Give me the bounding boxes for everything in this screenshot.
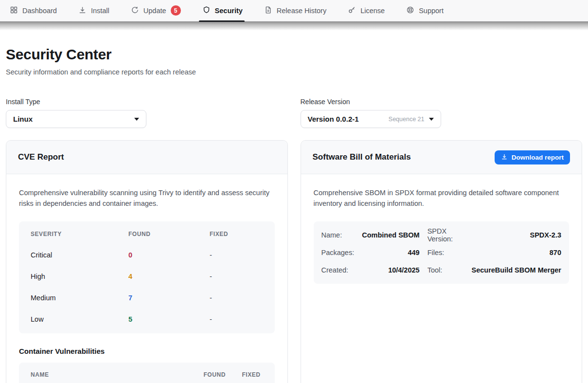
download-report-label: Download report [512,154,564,161]
cve-report-card-header: CVE Report [6,141,287,174]
severity-found-count: 4 [128,273,210,280]
install-type-select[interactable]: Linux [6,110,146,128]
sbom-detail-label: Tool: [428,261,464,279]
sbom-details-grid: Name: Combined SBOM SPDX Version: SPDX-2… [314,221,570,284]
sbom-card: Software Bill of Materials Download repo… [301,140,583,383]
chevron-down-icon [429,118,434,121]
col-found: FOUND [128,231,210,237]
sbom-detail-value: SecureBuild SBOM Merger [471,261,561,279]
severity-fixed-count: - [210,294,263,302]
severity-table-header: SEVERITY FOUND FIXED [19,224,275,244]
tab-release-history[interactable]: Release History [264,0,326,21]
sbom-detail-label: Packages: [321,244,355,261]
container-vulnerabilities-table-header: NAME FOUND FIXED [19,363,275,383]
col-severity: SEVERITY [31,231,128,237]
install-type-label: Install Type [6,98,288,106]
col-fixed: FIXED [210,231,263,237]
tab-security[interactable]: Security [202,0,243,21]
severity-fixed-count: - [210,273,263,280]
severity-name: Low [31,315,128,323]
sbom-detail-value: SPDX-2.3 [471,226,561,244]
tab-license[interactable]: License [348,0,385,21]
download-icon [501,153,508,162]
lifebuoy-icon [406,6,414,16]
page-subtitle: Security information and compliance repo… [6,68,582,76]
release-version-label: Release Version [301,98,583,106]
release-version-select[interactable]: Version 0.0.2-1 Sequence 21 [301,110,441,128]
tab-label: Security [215,7,243,15]
col-found: FOUND [204,371,227,378]
table-row: Medium 7 - [19,287,275,309]
severity-found-count: 0 [128,251,210,259]
update-count-badge: 5 [171,5,181,16]
severity-found-count: 7 [128,294,210,302]
top-nav: Dashboard Install Update 5 Security Rele… [0,0,588,21]
refresh-icon [131,6,139,16]
severity-fixed-count: - [210,315,263,323]
sbom-detail-label: Created: [321,261,355,279]
table-row: Critical 0 - [19,244,275,266]
tab-label: Release History [277,7,326,15]
page-title: Security Center [6,46,582,63]
sbom-title: Software Bill of Materials [313,152,411,162]
release-version-filter: Release Version Version 0.0.2-1 Sequence… [301,98,583,128]
severity-name: Medium [31,294,128,302]
sbom-description: Comprehensive SBOM in SPDX format provid… [314,188,570,209]
sbom-detail-value: Combined SBOM [362,226,419,244]
severity-fixed-count: - [210,251,263,259]
document-icon [264,6,272,16]
sbom-detail-value: 870 [471,244,561,261]
table-row: High 4 - [19,266,275,287]
key-icon [348,6,356,16]
cve-report-description: Comprehensive vulnerability scanning usi… [19,188,275,209]
container-vulnerabilities-title: Container Vulnerabilities [19,347,275,355]
shield-icon [202,6,211,16]
sbom-card-header: Software Bill of Materials Download repo… [301,141,582,174]
col-fixed: FIXED [242,371,264,378]
tab-label: Install [91,7,109,15]
tab-label: License [360,7,385,15]
nav-shadow-band [0,21,588,30]
severity-name: Critical [31,251,128,259]
sbom-detail-value: 449 [362,244,419,261]
tab-label: Update [143,7,166,15]
cve-report-title: CVE Report [18,152,64,162]
install-type-filter: Install Type Linux [6,98,288,128]
release-version-sequence: Sequence 21 [389,116,425,123]
download-icon [78,6,87,16]
filters-row: Install Type Linux Release Version Versi… [6,98,582,128]
sbom-detail-label: Files: [428,244,464,261]
severity-table: SEVERITY FOUND FIXED Critical 0 - High 4… [19,221,275,333]
severity-name: High [31,273,128,280]
download-report-button[interactable]: Download report [495,150,570,164]
tab-label: Support [419,7,444,15]
tab-support[interactable]: Support [406,0,444,21]
cve-report-card: CVE Report Comprehensive vulnerability s… [6,140,288,383]
dashboard-icon [10,6,18,16]
sbom-card-body: Comprehensive SBOM in SPDX format provid… [301,174,582,383]
chevron-down-icon [134,118,139,121]
tab-install[interactable]: Install [78,0,109,21]
col-name: NAME [31,371,189,378]
install-type-value: Linux [13,115,33,123]
tab-update[interactable]: Update 5 [131,0,181,21]
tab-label: Dashboard [22,7,57,15]
sbom-detail-label: SPDX Version: [428,226,464,244]
tab-dashboard[interactable]: Dashboard [10,0,57,21]
sbom-detail-label: Name: [321,226,355,244]
table-row: Low 5 - [19,309,275,330]
release-version-value: Version 0.0.2-1 [308,115,359,123]
cve-report-card-body: Comprehensive vulnerability scanning usi… [6,174,287,383]
sbom-detail-value: 10/4/2025 [362,261,419,279]
severity-found-count: 5 [128,315,210,323]
